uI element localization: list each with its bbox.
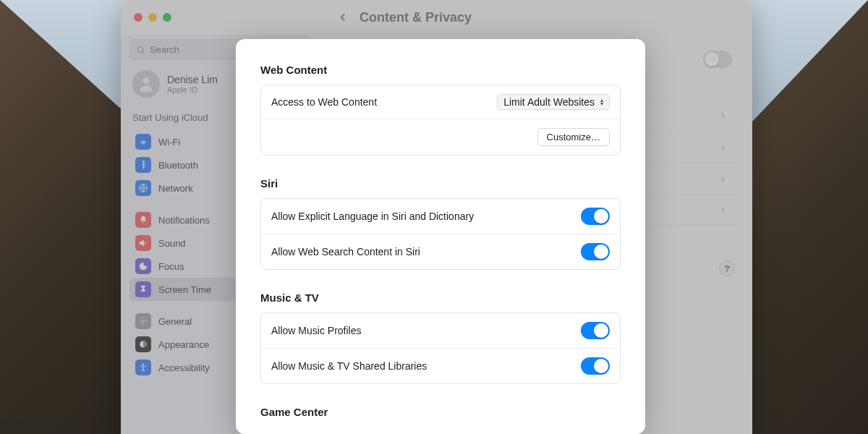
- minimize-window-button[interactable]: [148, 13, 157, 22]
- sidebar-item-label: Wi-Fi: [158, 137, 180, 148]
- svg-point-2: [143, 77, 150, 84]
- svg-point-0: [137, 46, 142, 51]
- settings-row: Allow Music & TV Shared Libraries: [261, 349, 620, 383]
- svg-point-4: [142, 320, 145, 323]
- profile-name: Denise Lim: [167, 74, 218, 85]
- allow-web-search-content-in-siri-toggle[interactable]: [581, 243, 610, 260]
- zoom-window-button[interactable]: [163, 13, 171, 22]
- sidebar-item-label: Appearance: [158, 339, 209, 350]
- back-chevron-icon[interactable]: [336, 11, 349, 24]
- row-label: Allow Explicit Language in Siri and Dict…: [271, 210, 474, 222]
- settings-panel: Allow Explicit Language in Siri and Dict…: [260, 198, 621, 270]
- chevron-right-icon: ›: [721, 203, 725, 216]
- customize-button[interactable]: Customize…: [537, 128, 610, 146]
- row-label: Allow Music Profiles: [271, 325, 361, 336]
- row-label: Allow Web Search Content in Siri: [271, 246, 420, 258]
- bell-icon: [135, 212, 151, 228]
- sheet-scroll-area[interactable]: Web ContentAccess to Web ContentLimit Ad…: [236, 39, 645, 434]
- chevron-right-icon: ›: [721, 140, 725, 153]
- person-icon: [137, 75, 156, 93]
- window-controls: [134, 13, 171, 22]
- bluetooth-icon: [135, 157, 151, 173]
- svg-point-6: [142, 364, 144, 365]
- settings-row: Access to Web ContentLimit Adult Website…: [261, 85, 620, 119]
- close-window-button[interactable]: [134, 13, 142, 22]
- sidebar-item-label: Screen Time: [158, 284, 211, 295]
- avatar: [132, 70, 160, 98]
- sidebar-item-label: Accessibility: [158, 362, 210, 373]
- row-label: Allow Music & TV Shared Libraries: [271, 360, 427, 372]
- chevron-right-icon: ›: [721, 109, 725, 122]
- sidebar-item-label: Notifications: [158, 215, 210, 226]
- content-privacy-master-toggle[interactable]: [703, 51, 732, 68]
- settings-row: Allow Music Profiles: [261, 313, 620, 349]
- popup-value: Limit Adult Websites: [503, 96, 595, 108]
- section-title: Music & TV: [260, 292, 621, 304]
- wifi-icon: [135, 134, 151, 150]
- watermark: etechpt.com: [0, 414, 67, 430]
- sound-icon: [135, 235, 151, 251]
- search-icon: [136, 45, 145, 55]
- chevron-right-icon: ›: [721, 172, 725, 185]
- sidebar-item-label: Sound: [158, 238, 186, 249]
- settings-panel: Access to Web ContentLimit Adult Website…: [260, 85, 621, 156]
- section-title: Web Content: [260, 64, 621, 76]
- sidebar-item-label: Network: [158, 183, 193, 194]
- profile-subtitle: Apple ID: [167, 85, 218, 94]
- gear-icon: [135, 313, 151, 329]
- row-label: Access to Web Content: [271, 96, 377, 108]
- sidebar-item-label: Focus: [158, 261, 184, 272]
- stepper-icon: ▴▾: [597, 98, 606, 106]
- allow-explicit-language-in-siri-and-dictionary-toggle[interactable]: [581, 208, 610, 225]
- accessibility-icon: [135, 359, 151, 375]
- page-title: Content & Privacy: [359, 10, 472, 25]
- hourglass-icon: [135, 281, 151, 297]
- settings-panel: Allow Music ProfilesAllow Music & TV Sha…: [260, 312, 621, 384]
- allow-music-profiles-toggle[interactable]: [581, 322, 610, 339]
- section-title: Game Center: [260, 406, 621, 418]
- svg-line-1: [142, 51, 144, 53]
- focus-icon: [135, 258, 151, 274]
- web-content-access-popup[interactable]: Limit Adult Websites▴▾: [497, 94, 610, 110]
- content-header: Content & Privacy: [323, 0, 752, 35]
- settings-row: Allow Explicit Language in Siri and Dict…: [261, 199, 620, 234]
- sidebar-item-label: Bluetooth: [158, 160, 198, 171]
- section-title: Siri: [260, 177, 621, 190]
- network-icon: [135, 180, 151, 196]
- settings-row: Customize…: [261, 119, 620, 155]
- help-button[interactable]: ?: [719, 260, 735, 276]
- appearance-icon: [135, 336, 151, 352]
- content-privacy-sheet: Web ContentAccess to Web ContentLimit Ad…: [236, 39, 645, 434]
- settings-row: Allow Web Search Content in Siri: [261, 234, 620, 269]
- allow-music-tv-shared-libraries-toggle[interactable]: [581, 357, 610, 375]
- sidebar-item-label: General: [158, 316, 192, 327]
